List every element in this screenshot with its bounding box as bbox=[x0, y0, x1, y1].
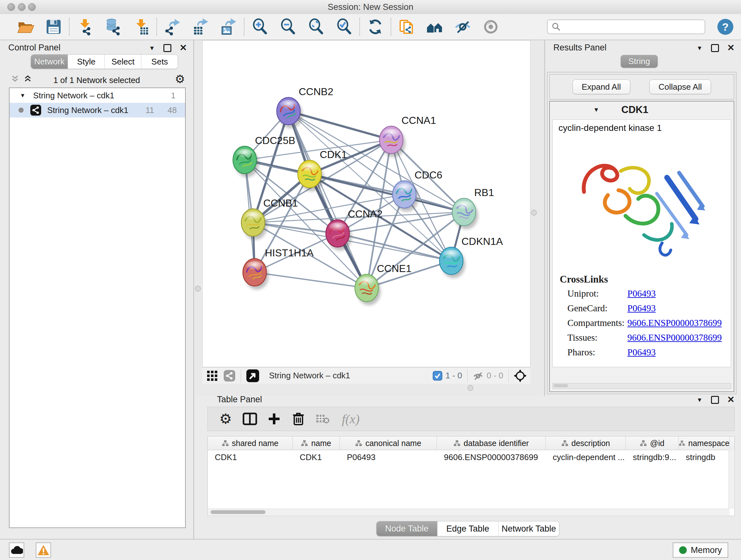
network-node-CDC25B[interactable]: CDC25B bbox=[233, 135, 295, 177]
tab-sets[interactable]: Sets bbox=[141, 55, 178, 69]
table-panel-close-icon[interactable]: ✕ bbox=[727, 395, 735, 404]
results-panel-float-menu-icon[interactable]: ▼ bbox=[697, 45, 703, 51]
column-header-name[interactable]: name bbox=[293, 436, 340, 450]
table-panel-float-menu-icon[interactable]: ▼ bbox=[697, 397, 703, 403]
splitter-handle-bottom[interactable] bbox=[468, 385, 473, 391]
zoom-out-button[interactable] bbox=[274, 16, 302, 38]
crosslink-link[interactable]: P06493 bbox=[627, 347, 656, 362]
table-cell[interactable]: P06493 bbox=[340, 450, 437, 464]
help-button[interactable]: ? bbox=[718, 19, 733, 35]
network-node-RB1[interactable]: RB1 bbox=[452, 187, 494, 229]
export-network-button[interactable] bbox=[158, 16, 186, 38]
birdseye-icon[interactable] bbox=[246, 369, 259, 382]
protein-section-header[interactable]: ▼ CDK1 bbox=[550, 102, 734, 119]
expand-all-button[interactable]: Expand All bbox=[572, 79, 630, 94]
memory-button[interactable]: Memory bbox=[673, 543, 728, 558]
save-session-button[interactable] bbox=[40, 16, 68, 38]
checkbox-icon[interactable] bbox=[433, 371, 442, 381]
network-row[interactable]: String Network – cdk1 11 48 bbox=[10, 103, 185, 118]
collapse-all-button[interactable]: Collapse All bbox=[650, 79, 711, 94]
control-panel-float-menu-icon[interactable]: ▼ bbox=[149, 45, 155, 51]
results-panel-float-icon[interactable] bbox=[711, 44, 719, 52]
column-header-description[interactable]: description bbox=[546, 436, 626, 450]
column-header-database-identifier[interactable]: database identifier bbox=[437, 436, 546, 450]
splitter-handle-left[interactable] bbox=[195, 286, 201, 292]
memory-status-icon bbox=[679, 546, 687, 554]
column-header-shared-name[interactable]: shared name bbox=[208, 436, 293, 450]
zoom-in-button[interactable] bbox=[246, 16, 274, 38]
results-panel-close-icon[interactable]: ✕ bbox=[727, 44, 735, 52]
tab-string[interactable]: String bbox=[621, 55, 658, 68]
warnings-button[interactable] bbox=[36, 543, 51, 558]
collection-expander-icon[interactable]: ▼ bbox=[20, 92, 25, 99]
tab-node-table[interactable]: Node Table bbox=[377, 521, 437, 536]
import-network-file-button[interactable] bbox=[71, 16, 99, 38]
open-session-button[interactable] bbox=[11, 16, 40, 38]
crosslink-link[interactable]: 9606.ENSP00000378699 bbox=[627, 332, 722, 347]
share-icon[interactable] bbox=[223, 370, 235, 382]
tab-network-table[interactable]: Network Table bbox=[498, 521, 559, 536]
zoom-fit-button[interactable] bbox=[302, 16, 330, 38]
network-node-CCNB1[interactable]: CCNB1 bbox=[241, 197, 298, 240]
tab-edge-table[interactable]: Edge Table bbox=[437, 521, 498, 536]
grid-icon[interactable] bbox=[206, 370, 218, 382]
table-cell[interactable]: CDK1 bbox=[293, 450, 340, 464]
show-glass-effect-button[interactable] bbox=[477, 16, 505, 38]
splitter-handle-right[interactable] bbox=[531, 210, 537, 215]
tab-select[interactable]: Select bbox=[105, 55, 141, 69]
table-cell[interactable]: CDK1 bbox=[208, 450, 293, 464]
crosshair-icon[interactable] bbox=[514, 369, 527, 382]
network-collection-row[interactable]: ▼ String Network – cdk1 1 bbox=[10, 88, 185, 103]
crosslink-link[interactable]: P06493 bbox=[627, 288, 656, 303]
cloud-status-button[interactable] bbox=[9, 543, 24, 558]
network-edge-HIST1H1A-CCNE1[interactable] bbox=[255, 272, 367, 288]
string-settings-button[interactable] bbox=[421, 16, 449, 38]
zoom-selected-button[interactable] bbox=[330, 16, 358, 38]
table-cell[interactable]: 9606.ENSP00000378699 bbox=[437, 450, 546, 464]
table-cell[interactable]: stringdb:9... bbox=[626, 450, 679, 464]
results-horizontal-scrollbar[interactable] bbox=[552, 383, 731, 389]
table-horizontal-scrollbar[interactable] bbox=[208, 509, 730, 515]
column-header-namespace[interactable]: namespace bbox=[679, 436, 730, 450]
network-node-CCNA1[interactable]: CCNA1 bbox=[380, 115, 436, 157]
network-edge-CCNB2-CCNE1[interactable] bbox=[288, 111, 367, 288]
eye-slash-icon[interactable] bbox=[473, 370, 483, 381]
network-options-gear-icon[interactable]: ⚙ bbox=[175, 73, 185, 85]
table-panel-title: Table Panel bbox=[217, 395, 262, 405]
crosslink-link[interactable]: P06493 bbox=[627, 303, 656, 318]
show-columns-button[interactable] bbox=[238, 413, 262, 425]
tab-network[interactable]: Network bbox=[31, 55, 68, 69]
results-scrollbar-thumb[interactable] bbox=[553, 384, 568, 387]
table-vertical-scrollbar[interactable] bbox=[729, 450, 734, 509]
crosslink-link[interactable]: 9606.ENSP00000378699 bbox=[627, 318, 722, 332]
copy-network-button[interactable] bbox=[393, 16, 421, 38]
refresh-button[interactable] bbox=[361, 16, 389, 38]
table-options-button[interactable]: ⚙ bbox=[213, 412, 238, 426]
table-cell[interactable]: cyclin-dependent ... bbox=[546, 450, 626, 464]
search-input[interactable] bbox=[561, 22, 701, 32]
hide-glass-effect-button[interactable] bbox=[449, 16, 477, 38]
tab-style[interactable]: Style bbox=[68, 55, 105, 69]
column-header-canonical-name[interactable]: canonical name bbox=[340, 436, 437, 450]
apply-function-button[interactable]: f(x) bbox=[335, 412, 367, 427]
delete-column-button[interactable] bbox=[286, 412, 311, 426]
create-column-button[interactable] bbox=[262, 412, 286, 426]
table-scrollbar-thumb[interactable] bbox=[211, 510, 266, 514]
delete-table-button[interactable] bbox=[311, 414, 335, 424]
network-node-CCNE1[interactable]: CCNE1 bbox=[355, 263, 411, 305]
table-cell[interactable]: stringdb bbox=[679, 450, 730, 464]
control-panel-close-icon[interactable]: ✕ bbox=[180, 44, 187, 52]
crosslink-row: Tissues:9606.ENSP00000378699 bbox=[553, 332, 731, 347]
column-header--id[interactable]: @id bbox=[626, 436, 679, 450]
trash-icon bbox=[292, 412, 305, 426]
export-image-button[interactable] bbox=[214, 16, 243, 38]
table-panel-float-icon[interactable] bbox=[711, 396, 719, 404]
protein-expander-icon[interactable]: ▼ bbox=[593, 107, 599, 113]
table-row[interactable]: CDK1CDK1P064939606.ENSP00000378699cyclin… bbox=[208, 450, 734, 464]
control-panel-float-icon[interactable] bbox=[163, 44, 172, 52]
network-node-CDKN1A[interactable]: CDKN1A bbox=[440, 236, 503, 278]
network-view-canvas[interactable]: CCNB2CCNA1CDC25BCDK1CDC6RB1CCNB1CCNA2CDK… bbox=[202, 40, 530, 367]
import-network-database-button[interactable] bbox=[99, 16, 127, 38]
import-table-button[interactable] bbox=[127, 16, 155, 38]
export-table-button[interactable] bbox=[186, 16, 214, 38]
